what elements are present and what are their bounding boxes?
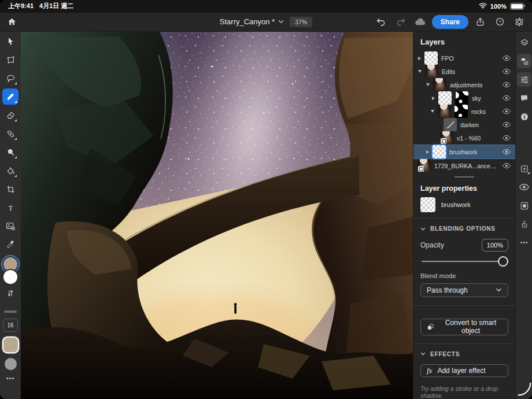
layer-row-fpo[interactable]: FPO	[413, 51, 515, 65]
layer-mask-button[interactable]	[517, 198, 531, 213]
chevron-down-icon[interactable]	[426, 83, 430, 86]
lock-layer-button[interactable]	[517, 217, 531, 231]
eye-icon[interactable]	[503, 82, 511, 88]
rail-more-button[interactable]: •••	[517, 235, 531, 250]
adjustments-button[interactable]	[517, 72, 531, 87]
settings-button[interactable]	[511, 14, 527, 29]
add-layer-button[interactable]	[517, 161, 531, 176]
lasso-select-tool[interactable]	[2, 70, 19, 86]
blend-mode-dropdown[interactable]: Pass through	[420, 283, 508, 298]
layer-thumbnail[interactable]	[440, 131, 453, 145]
panel-drag-handle[interactable]	[455, 176, 474, 178]
place-photo-tool[interactable]	[2, 218, 19, 234]
layer-thumbnail[interactable]	[425, 65, 438, 78]
move-tool[interactable]	[2, 33, 19, 49]
eye-icon[interactable]	[503, 108, 511, 114]
layer-thumbnail[interactable]	[424, 51, 438, 65]
layer-row-rocks[interactable]: rocks	[413, 105, 515, 118]
eye-icon[interactable]	[503, 55, 511, 61]
info-button[interactable]	[517, 109, 531, 124]
color-chips[interactable]	[2, 257, 19, 285]
layer-thumbnail[interactable]	[418, 159, 431, 172]
slider-knob[interactable]	[498, 256, 508, 267]
layers-view-button[interactable]	[517, 35, 531, 50]
eraser-tool[interactable]	[2, 107, 19, 123]
comments-button[interactable]	[517, 91, 531, 105]
compact-layers-button[interactable]	[517, 54, 531, 68]
toolbar-more-button[interactable]: •••	[6, 375, 15, 382]
undo-button[interactable]	[373, 14, 389, 29]
crop-tool[interactable]	[2, 181, 19, 197]
layer-thumbnail[interactable]	[438, 105, 451, 118]
opacity-label: Opacity	[420, 241, 444, 249]
opacity-slider[interactable]	[422, 256, 507, 264]
layers-stack-icon	[520, 38, 529, 47]
blend-mode-label: Blend mode	[413, 270, 515, 283]
layer-row-v1[interactable]: v1 - %60	[413, 131, 515, 145]
magnifier-tool[interactable]	[2, 144, 19, 160]
ipad-status-bar: 上午9:41 4月1日 週二 100%	[0, 0, 532, 13]
document-title[interactable]: Starry_Canyon *	[220, 17, 284, 26]
zoom-level-badge[interactable]: 37%	[290, 17, 312, 27]
eye-icon[interactable]	[503, 135, 511, 141]
background-color-chip[interactable]	[3, 270, 17, 284]
tool-flyout-indicator	[14, 175, 17, 177]
eye-icon[interactable]	[503, 121, 511, 128]
layer-row-background[interactable]: 1729_BURKA...anced-NR33	[413, 159, 515, 172]
healing-brush-tool[interactable]	[2, 125, 19, 142]
brush-preview[interactable]	[5, 358, 17, 370]
swap-arrows-icon	[6, 289, 14, 298]
layer-thumbnail[interactable]	[438, 91, 452, 105]
type-tool[interactable]: T	[2, 200, 19, 216]
eye-icon[interactable]	[503, 149, 511, 155]
redo-button[interactable]	[393, 14, 409, 29]
layer-visibility-button[interactable]	[517, 180, 531, 194]
layer-row-sky[interactable]: sky	[413, 91, 515, 105]
chevron-down-icon[interactable]	[431, 110, 434, 113]
layer-row-edits[interactable]: Edits	[413, 65, 515, 78]
eyedropper-tool[interactable]	[2, 237, 19, 253]
person-silhouette	[234, 303, 237, 313]
cloud-sync-button[interactable]	[412, 14, 428, 29]
chevron-right-icon[interactable]	[432, 97, 435, 100]
adjustment-layer-thumbnail[interactable]	[444, 118, 457, 131]
add-layer-effect-button[interactable]: fx Add layer effect	[420, 364, 508, 377]
layer-mask-thumbnail[interactable]	[455, 91, 468, 105]
tool-flyout-indicator	[14, 82, 17, 84]
tool-flyout-indicator	[14, 156, 17, 158]
blending-options-header[interactable]: BLENDING OPTIONS	[413, 224, 515, 239]
undo-icon	[376, 17, 386, 27]
chevron-right-icon[interactable]	[426, 150, 429, 154]
layer-thumbnail[interactable]	[433, 78, 446, 91]
export-button[interactable]	[472, 14, 488, 29]
help-button[interactable]: ?	[492, 14, 508, 29]
toolbar-drag-handle[interactable]	[4, 311, 17, 313]
brush-icon	[6, 92, 16, 102]
mask-icon	[520, 201, 529, 210]
transform-tool[interactable]	[2, 51, 19, 68]
eye-icon[interactable]	[503, 68, 511, 75]
layer-row-brushwork[interactable]: brushwork	[413, 145, 515, 159]
brush-tool[interactable]	[2, 88, 19, 105]
effects-header[interactable]: EFFECTS	[413, 350, 515, 364]
document-canvas[interactable]	[21, 32, 413, 399]
layer-thumbnail[interactable]	[433, 145, 446, 158]
opacity-value[interactable]: 100%	[482, 239, 508, 252]
layer-mask-thumbnail[interactable]	[455, 105, 468, 118]
brush-size-badge[interactable]: 16	[3, 319, 18, 332]
move-cursor-icon	[6, 36, 16, 46]
convert-smart-object-button[interactable]: Convert to smart object	[420, 319, 508, 335]
swap-colors-button[interactable]	[2, 285, 19, 301]
layer-row-darken[interactable]: darken	[413, 118, 515, 131]
chevron-right-icon[interactable]	[418, 57, 421, 60]
chevron-down-icon[interactable]	[418, 70, 422, 73]
eye-icon[interactable]	[503, 162, 511, 169]
layer-row-adjustments[interactable]: adjustments	[413, 78, 515, 91]
share-button[interactable]: Share	[432, 15, 468, 29]
eye-icon[interactable]	[503, 95, 511, 101]
foreground-color-chip[interactable]	[3, 257, 17, 271]
home-button[interactable]	[3, 14, 20, 29]
brush-color-swatch[interactable]	[3, 338, 18, 352]
bandage-icon	[6, 129, 16, 139]
fill-tool[interactable]	[2, 162, 19, 179]
